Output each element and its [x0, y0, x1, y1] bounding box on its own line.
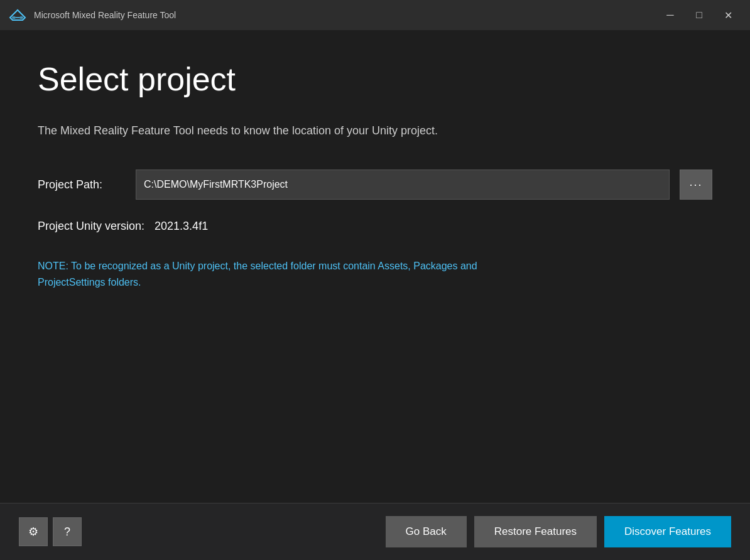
minimize-button[interactable]: ─ [656, 5, 685, 25]
project-path-input[interactable] [136, 170, 670, 200]
version-row: Project Unity version: 2021.3.4f1 [38, 220, 712, 233]
footer-actions: Go Back Restore Features Discover Featur… [82, 516, 731, 547]
discover-features-button[interactable]: Discover Features [604, 516, 731, 547]
page-title: Select project [38, 62, 712, 97]
svg-point-2 [19, 16, 23, 19]
svg-marker-0 [10, 10, 25, 20]
note-text: NOTE: To be recognized as a Unity projec… [38, 258, 540, 290]
footer-left: ⚙ ? [19, 517, 82, 546]
footer: ⚙ ? Go Back Restore Features Discover Fe… [0, 503, 750, 560]
settings-button[interactable]: ⚙ [19, 517, 48, 546]
window-controls: ─ □ ✕ [656, 5, 742, 25]
maximize-button[interactable]: □ [685, 5, 714, 25]
version-value: 2021.3.4f1 [155, 220, 208, 233]
titlebar: Microsoft Mixed Reality Feature Tool ─ □… [0, 0, 750, 30]
project-path-row: Project Path: ··· [38, 170, 712, 200]
svg-point-1 [12, 16, 16, 19]
close-button[interactable]: ✕ [714, 5, 742, 25]
go-back-button[interactable]: Go Back [386, 516, 467, 547]
version-label: Project Unity version: [38, 220, 144, 233]
browse-button[interactable]: ··· [680, 170, 712, 200]
path-label: Project Path: [38, 178, 126, 191]
main-content: Select project The Mixed Reality Feature… [0, 30, 750, 503]
app-title: Microsoft Mixed Reality Feature Tool [34, 10, 656, 20]
app-logo [8, 5, 28, 25]
help-button[interactable]: ? [53, 517, 82, 546]
page-description: The Mixed Reality Feature Tool needs to … [38, 122, 712, 139]
restore-features-button[interactable]: Restore Features [474, 516, 597, 547]
